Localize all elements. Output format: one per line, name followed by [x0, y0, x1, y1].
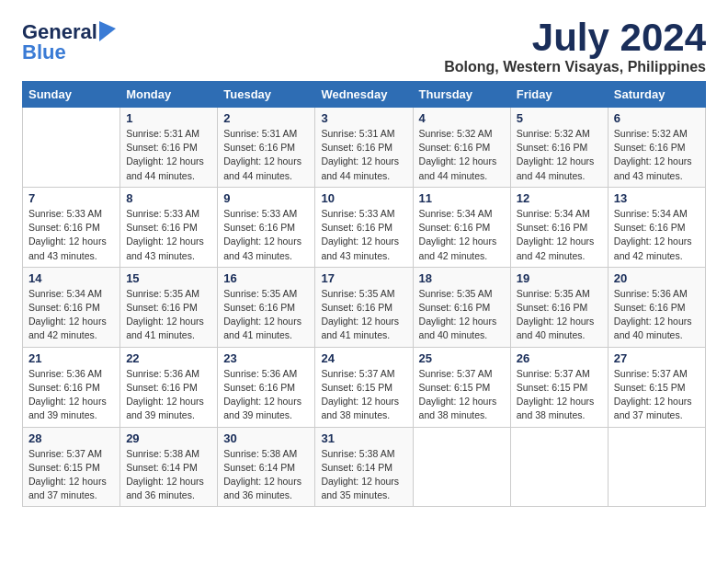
- sunrise-text: Sunrise: 5:34 AM: [517, 208, 590, 219]
- sunset-text: Sunset: 6:16 PM: [321, 142, 392, 153]
- sunset-text: Sunset: 6:14 PM: [223, 462, 295, 473]
- day-info: Sunrise: 5:37 AMSunset: 6:15 PMDaylight:…: [517, 367, 602, 423]
- calendar-cell: 12Sunrise: 5:34 AMSunset: 6:16 PMDayligh…: [510, 187, 608, 267]
- sunrise-text: Sunrise: 5:35 AM: [419, 288, 493, 299]
- daylight-text2: and 44 minutes.: [321, 170, 390, 181]
- sunrise-text: Sunrise: 5:34 AM: [419, 208, 493, 219]
- day-number: 29: [126, 431, 211, 445]
- sunrise-text: Sunrise: 5:36 AM: [126, 368, 199, 379]
- daylight-text2: and 42 minutes.: [614, 250, 683, 261]
- sunset-text: Sunset: 6:14 PM: [126, 462, 198, 473]
- daylight-text2: and 40 minutes.: [419, 329, 488, 340]
- sunset-text: Sunset: 6:15 PM: [614, 382, 686, 393]
- daylight-text2: and 43 minutes.: [126, 250, 195, 261]
- calendar-cell: 13Sunrise: 5:34 AMSunset: 6:16 PMDayligh…: [608, 187, 705, 267]
- daylight-text2: and 42 minutes.: [419, 250, 488, 261]
- day-number: 14: [28, 271, 114, 285]
- day-info: Sunrise: 5:37 AMSunset: 6:15 PMDaylight:…: [28, 447, 114, 503]
- day-number: 4: [419, 111, 505, 125]
- daylight-text: Daylight: 12 hours: [223, 476, 301, 487]
- sunrise-text: Sunrise: 5:33 AM: [223, 208, 297, 219]
- sunrise-text: Sunrise: 5:37 AM: [321, 368, 394, 379]
- daylight-text2: and 36 minutes.: [223, 489, 292, 500]
- day-number: 23: [223, 351, 309, 365]
- daylight-text: Daylight: 12 hours: [614, 155, 692, 167]
- sunrise-text: Sunrise: 5:38 AM: [223, 448, 297, 459]
- header-sunday: Sunday: [23, 82, 120, 108]
- calendar-cell: 9Sunrise: 5:33 AMSunset: 6:16 PMDaylight…: [218, 187, 315, 267]
- day-info: Sunrise: 5:33 AMSunset: 6:16 PMDaylight:…: [126, 207, 211, 263]
- calendar-cell: 8Sunrise: 5:33 AMSunset: 6:16 PMDaylight…: [120, 187, 218, 267]
- day-number: 19: [517, 271, 602, 285]
- sunset-text: Sunset: 6:16 PM: [126, 302, 198, 313]
- day-number: 18: [419, 271, 505, 285]
- day-info: Sunrise: 5:32 AMSunset: 6:16 PMDaylight:…: [517, 127, 602, 183]
- sunrise-text: Sunrise: 5:34 AM: [614, 208, 688, 219]
- calendar-cell: 14Sunrise: 5:34 AMSunset: 6:16 PMDayligh…: [23, 267, 120, 347]
- sunrise-text: Sunrise: 5:31 AM: [223, 128, 297, 139]
- sunrise-text: Sunrise: 5:32 AM: [614, 128, 688, 139]
- month-title: July 2024: [444, 18, 706, 57]
- sunrise-text: Sunrise: 5:31 AM: [126, 128, 199, 139]
- daylight-text: Daylight: 12 hours: [223, 396, 301, 407]
- day-info: Sunrise: 5:36 AMSunset: 6:16 PMDaylight:…: [223, 367, 309, 423]
- sunrise-text: Sunrise: 5:35 AM: [223, 288, 297, 299]
- header-saturday: Saturday: [608, 82, 705, 108]
- calendar-cell: [23, 108, 120, 188]
- calendar-cell: 4Sunrise: 5:32 AMSunset: 6:16 PMDaylight…: [413, 108, 510, 188]
- daylight-text2: and 43 minutes.: [321, 250, 390, 261]
- day-info: Sunrise: 5:36 AMSunset: 6:16 PMDaylight:…: [126, 367, 211, 423]
- day-info: Sunrise: 5:35 AMSunset: 6:16 PMDaylight:…: [321, 287, 406, 343]
- day-number: 12: [517, 191, 602, 205]
- day-info: Sunrise: 5:35 AMSunset: 6:16 PMDaylight:…: [223, 287, 309, 343]
- sunset-text: Sunset: 6:16 PM: [28, 222, 100, 233]
- sunrise-text: Sunrise: 5:37 AM: [28, 448, 102, 459]
- sunrise-text: Sunrise: 5:33 AM: [321, 208, 394, 219]
- daylight-text2: and 40 minutes.: [614, 329, 683, 340]
- day-number: 15: [126, 271, 211, 285]
- calendar-cell: 19Sunrise: 5:35 AMSunset: 6:16 PMDayligh…: [510, 267, 608, 347]
- daylight-text: Daylight: 12 hours: [321, 396, 399, 407]
- daylight-text: Daylight: 12 hours: [614, 236, 692, 247]
- calendar-cell: 29Sunrise: 5:38 AMSunset: 6:14 PMDayligh…: [120, 427, 218, 507]
- sunset-text: Sunset: 6:16 PM: [223, 222, 295, 233]
- sunset-text: Sunset: 6:16 PM: [321, 302, 392, 313]
- day-info: Sunrise: 5:38 AMSunset: 6:14 PMDaylight:…: [126, 447, 211, 503]
- header-friday: Friday: [510, 82, 608, 108]
- logo-general: General: [22, 22, 97, 42]
- sunset-text: Sunset: 6:16 PM: [223, 142, 295, 153]
- calendar-cell: 6Sunrise: 5:32 AMSunset: 6:16 PMDaylight…: [608, 108, 705, 188]
- day-number: 20: [614, 271, 700, 285]
- day-info: Sunrise: 5:34 AMSunset: 6:16 PMDaylight:…: [614, 207, 700, 263]
- sunset-text: Sunset: 6:16 PM: [28, 382, 100, 393]
- day-number: 25: [419, 351, 505, 365]
- sunset-text: Sunset: 6:15 PM: [28, 462, 100, 473]
- calendar-cell: 22Sunrise: 5:36 AMSunset: 6:16 PMDayligh…: [120, 347, 218, 427]
- sunrise-text: Sunrise: 5:36 AM: [28, 368, 102, 379]
- header-wednesday: Wednesday: [315, 82, 413, 108]
- daylight-text2: and 44 minutes.: [126, 170, 195, 181]
- day-info: Sunrise: 5:34 AMSunset: 6:16 PMDaylight:…: [419, 207, 505, 263]
- daylight-text2: and 42 minutes.: [28, 329, 97, 340]
- day-info: Sunrise: 5:38 AMSunset: 6:14 PMDaylight:…: [321, 447, 406, 503]
- sunset-text: Sunset: 6:15 PM: [321, 382, 392, 393]
- day-number: 2: [223, 111, 309, 125]
- sunset-text: Sunset: 6:16 PM: [614, 302, 686, 313]
- day-info: Sunrise: 5:38 AMSunset: 6:14 PMDaylight:…: [223, 447, 309, 503]
- daylight-text: Daylight: 12 hours: [28, 476, 107, 487]
- daylight-text: Daylight: 12 hours: [419, 396, 497, 407]
- sunrise-text: Sunrise: 5:36 AM: [223, 368, 297, 379]
- sunset-text: Sunset: 6:16 PM: [517, 222, 588, 233]
- calendar-body: 1Sunrise: 5:31 AMSunset: 6:16 PMDaylight…: [23, 108, 706, 507]
- day-number: 22: [126, 351, 211, 365]
- day-info: Sunrise: 5:32 AMSunset: 6:16 PMDaylight:…: [419, 127, 505, 183]
- daylight-text2: and 42 minutes.: [517, 250, 586, 261]
- daylight-text2: and 39 minutes.: [28, 409, 97, 420]
- logo: General Blue: [22, 22, 116, 63]
- daylight-text: Daylight: 12 hours: [517, 155, 595, 167]
- daylight-text: Daylight: 12 hours: [321, 476, 399, 487]
- calendar-cell: 21Sunrise: 5:36 AMSunset: 6:16 PMDayligh…: [23, 347, 120, 427]
- calendar-cell: 15Sunrise: 5:35 AMSunset: 6:16 PMDayligh…: [120, 267, 218, 347]
- daylight-text: Daylight: 12 hours: [321, 316, 399, 327]
- sunrise-text: Sunrise: 5:36 AM: [614, 288, 688, 299]
